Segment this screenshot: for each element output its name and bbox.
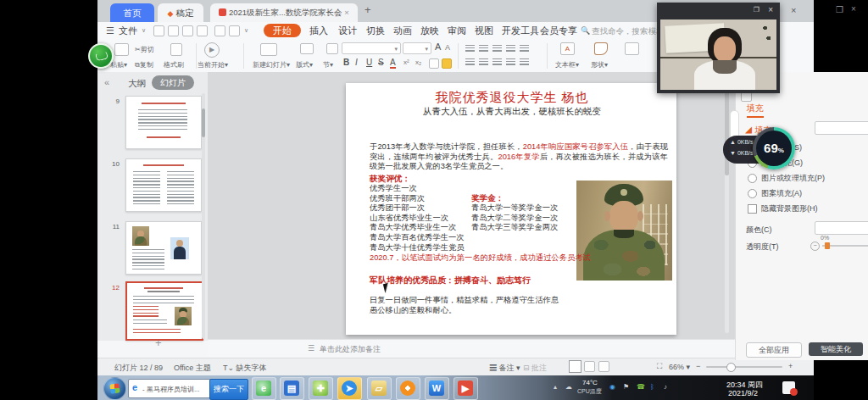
video-call-window[interactable]: ❐ ×	[657, 3, 780, 93]
comments-toggle[interactable]: ⊟ 批注	[523, 363, 547, 374]
theme-name[interactable]: Office 主题	[174, 363, 211, 374]
save-icon[interactable]	[153, 25, 164, 36]
format-painter-icon[interactable]	[170, 43, 182, 56]
align-justify-icon[interactable]	[506, 45, 515, 53]
slide-thumbnail-12-selected[interactable]	[125, 281, 203, 341]
apply-all-button[interactable]: 全部应用	[746, 342, 802, 358]
start-button[interactable]	[103, 377, 126, 400]
taskbar-search-band[interactable]: e - 黑马程序员培训...	[128, 379, 211, 398]
performance-gauge[interactable]: 69%	[753, 127, 795, 169]
zoom-slider[interactable]	[706, 366, 782, 368]
slide-thumbnail-10[interactable]	[125, 158, 202, 212]
taskbar-search-button[interactable]: 搜索一下	[209, 379, 248, 400]
picture-fill-label[interactable]: 图片或纹理填充(P)	[761, 173, 825, 184]
menu-start-tab[interactable]: 开始	[264, 24, 301, 37]
redo-icon[interactable]	[229, 25, 240, 36]
taskbar-search-text[interactable]: - 黑马程序员培训...	[142, 385, 200, 394]
fill-type-dropdown[interactable]: ▾	[815, 121, 868, 135]
tab-document[interactable]: 2021级新生家...数统学院家长会 ×	[210, 3, 358, 22]
sorter-view-icon[interactable]	[584, 361, 595, 372]
align-right-icon[interactable]	[492, 45, 502, 53]
floating-assistant-widget[interactable]	[88, 43, 114, 69]
window-close-button[interactable]: ×	[791, 5, 796, 15]
clear-format-icon[interactable]	[429, 58, 439, 69]
shape-icon[interactable]	[594, 42, 608, 55]
align-center-icon[interactable]	[479, 45, 488, 53]
transparency-slider-thumb[interactable]	[825, 242, 830, 249]
slide-paragraph[interactable]: 于2013年考入数学与统计学院，担任班长，2014年响应国家号召参军入伍，由于表…	[370, 142, 668, 172]
taskbar-wps[interactable]: W	[425, 377, 449, 400]
tray-help-icon[interactable]: ☁	[565, 383, 572, 391]
strike-button[interactable]: S	[378, 58, 384, 67]
taskbar-messenger[interactable]: ➤	[337, 377, 362, 400]
ghost-close-icon[interactable]: ×	[851, 4, 856, 14]
bold-button[interactable]: B	[343, 58, 349, 67]
indent-decrease-icon[interactable]	[492, 58, 502, 66]
textbox-icon[interactable]: A	[560, 42, 575, 55]
paste-label[interactable]: 粘贴▾	[110, 60, 127, 69]
tray-expand-icon[interactable]: ▴	[554, 383, 557, 391]
notes-placeholder[interactable]: 单击此处添加备注	[320, 344, 381, 355]
hide-background-checkbox[interactable]	[748, 204, 757, 214]
taskbar-media-app[interactable]: ▤	[280, 377, 304, 400]
font-color-button[interactable]: A	[390, 58, 396, 69]
bullets-icon[interactable]	[465, 58, 475, 66]
subscript-button[interactable]: x₂	[415, 58, 421, 66]
zoom-level[interactable]: 66% ▾	[669, 363, 690, 371]
menu-devtools[interactable]: 开发工具	[502, 22, 539, 40]
format-painter-label[interactable]: 格式刷	[164, 60, 184, 69]
taskbar-recorder-app[interactable]	[396, 377, 420, 400]
shrink-font-button[interactable]: A	[445, 43, 450, 52]
slides-tab[interactable]: 幻灯片	[152, 75, 194, 90]
tray-network-icon[interactable]: ◉	[609, 383, 615, 391]
new-slide-icon[interactable]	[260, 43, 277, 56]
font-size-select[interactable]: ▾	[403, 42, 431, 54]
menu-member[interactable]: 会员专享	[540, 22, 577, 40]
menu-insert[interactable]: 插入	[309, 22, 328, 40]
zoom-out-button[interactable]: −	[696, 362, 700, 370]
collapse-panel-button[interactable]: «	[104, 77, 109, 87]
fill-tab[interactable]: 填充	[747, 103, 764, 118]
zoom-in-button[interactable]: +	[788, 362, 793, 370]
grow-font-button[interactable]: A	[435, 42, 441, 52]
taskbar-360-safe[interactable]: ✚	[309, 377, 333, 400]
tray-audio-icon[interactable]: ♪	[664, 383, 667, 391]
section-icon[interactable]	[326, 43, 338, 54]
normal-view-icon[interactable]	[569, 360, 581, 373]
slide-subtitle[interactable]: 从青大入伍，从青大再出发，硬核班长的蜕变	[392, 106, 632, 118]
clock-date[interactable]: 2021/9/2	[728, 389, 758, 397]
tray-bluetooth-icon[interactable]: ᛒ	[650, 383, 654, 391]
play-from-current-icon[interactable]: ▶	[204, 42, 220, 58]
menu-review[interactable]: 审阅	[448, 22, 466, 40]
tray-messenger-icon[interactable]: ☎	[637, 383, 645, 391]
pattern-fill-radio[interactable]	[748, 189, 757, 198]
hamburger-icon[interactable]: ☰	[106, 22, 114, 40]
transparency-minus-button[interactable]: −	[810, 242, 820, 251]
missing-font-warning[interactable]: T⌄ 缺失字体	[223, 363, 267, 374]
textbox-label[interactable]: 文本框▾	[555, 60, 579, 69]
menu-view[interactable]: 视图	[475, 22, 493, 40]
undo-icon[interactable]	[214, 25, 225, 36]
underline-button[interactable]: U	[366, 58, 372, 67]
command-search-input[interactable]: 查找命令，搜索模板	[592, 22, 665, 40]
section-label[interactable]: 节▾	[323, 60, 333, 69]
layout-icon[interactable]	[300, 43, 314, 54]
color-dropdown[interactable]: ▾	[815, 221, 868, 235]
picture-icon[interactable]	[625, 42, 639, 55]
zoom-slider-thumb[interactable]	[726, 363, 736, 372]
tab-close-icon[interactable]: ×	[344, 8, 349, 17]
preview-icon[interactable]	[197, 25, 208, 36]
soldier-photo[interactable]	[576, 181, 672, 281]
new-slide-label[interactable]: 新建幻灯片▾	[253, 60, 290, 69]
thumbnails-scrollbar-thumb[interactable]	[202, 108, 205, 137]
smart-beautify-button[interactable]: 智能美化	[809, 342, 863, 356]
taskbar-file-explorer[interactable]: ▱	[367, 377, 392, 400]
italic-button[interactable]: I	[355, 58, 358, 67]
slide-thumbnail-9[interactable]	[125, 96, 202, 149]
menu-animation[interactable]: 动画	[393, 22, 412, 40]
picture-fill-radio[interactable]	[748, 174, 757, 183]
canvas-scrollbar[interactable]	[725, 79, 729, 333]
superscript-button[interactable]: x²	[403, 58, 409, 66]
reading-view-icon[interactable]	[598, 361, 609, 372]
highlight-icon[interactable]	[442, 58, 452, 69]
